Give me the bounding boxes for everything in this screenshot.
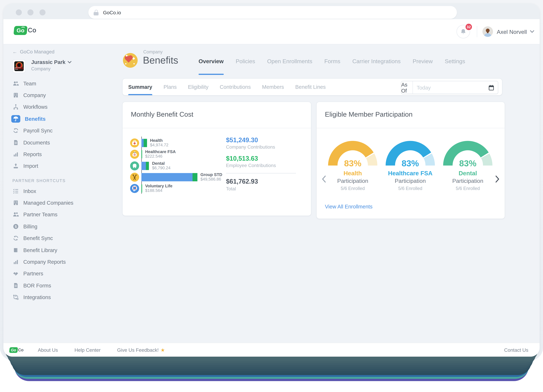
monthly-card-title: Monthly Benefit Cost — [131, 111, 193, 119]
sidebar-item-bor-forms[interactable]: BOR Forms — [3, 279, 116, 291]
sidebar-item-import[interactable]: Import — [3, 160, 116, 172]
people-icon — [12, 211, 19, 218]
sidebar-item-partner-teams[interactable]: Partner Teams — [3, 209, 116, 221]
subtab-contributions[interactable]: Contributions — [220, 79, 251, 95]
tooth-icon — [130, 161, 139, 170]
people-icon — [12, 80, 19, 87]
window-close-icon[interactable] — [16, 9, 22, 15]
subtab-plans[interactable]: Plans — [164, 79, 177, 95]
star-icon: ★ — [161, 347, 165, 353]
sidebar-item-workflows[interactable]: Workflows — [3, 101, 116, 113]
sidebar-item-integrations[interactable]: Integrations — [3, 291, 116, 303]
benefits-heart-icon — [123, 53, 138, 68]
sidebar-item-payroll-sync[interactable]: Payroll Sync — [3, 125, 116, 136]
sidebar-item-company[interactable]: Company — [3, 89, 116, 101]
tab-policies[interactable]: Policies — [236, 58, 255, 68]
participation-card-title: Eligible Member Participation — [325, 111, 413, 119]
card-divider — [123, 128, 311, 128]
footer-link-feedback[interactable]: Give Us Feedback!★ — [117, 347, 165, 353]
page-title: Benefits — [143, 55, 178, 66]
sidebar-item-partners[interactable]: Partners — [3, 268, 116, 279]
chevron-down-icon[interactable] — [530, 30, 534, 33]
view-all-enrollments-link[interactable]: View All Enrollments — [325, 204, 373, 210]
tab-forms[interactable]: Forms — [324, 58, 340, 68]
back-label: GoCo Managed — [20, 49, 54, 55]
sidebar-item-documents[interactable]: Documents — [3, 136, 116, 148]
sidebar-item-label: Import — [23, 163, 38, 169]
sidebar-item-label: Team — [23, 80, 36, 86]
sidebar-item-label: Payroll Sync — [23, 128, 52, 134]
sidebar-item-label: Workflows — [23, 104, 47, 110]
sidebar-item-team[interactable]: Team — [3, 78, 116, 89]
carousel-next-button[interactable] — [493, 173, 502, 185]
document-icon — [12, 282, 19, 289]
partner-shortcuts-heading: PARTNER SHORTCUTS — [12, 178, 66, 183]
sidebar-item-inbox[interactable]: Inbox — [3, 185, 116, 197]
subtab-benefit-lines[interactable]: Benefit Lines — [295, 79, 326, 95]
tab-carrier-integrations[interactable]: Carrier Integrations — [352, 58, 401, 68]
window-minimize-icon[interactable] — [28, 9, 34, 15]
sidebar-item-label: Partner Teams — [23, 211, 57, 218]
sidebar-item-label: Company — [23, 92, 46, 98]
sidebar-item-managed-companies[interactable]: Managed Companies — [3, 197, 116, 209]
bar-label: Group STD$49,586.86 — [200, 173, 222, 181]
footer-link-contact-us[interactable]: Contact Us — [504, 347, 528, 353]
sidebar-item-company-reports[interactable]: Company Reports — [3, 256, 116, 268]
sync-icon — [12, 127, 19, 134]
subtab-members[interactable]: Members — [262, 79, 284, 95]
sidebar-item-label: Inbox — [23, 188, 36, 194]
checklist-icon — [12, 188, 19, 194]
sidebar-item-benefit-sync[interactable]: Benefit Sync — [3, 232, 116, 244]
footer-goco-logo[interactable]: Go Co — [9, 347, 23, 353]
bar-chart-icon — [12, 151, 19, 158]
life-ring-icon — [130, 184, 139, 193]
sidebar-item-benefit-library[interactable]: Benefit Library — [3, 244, 116, 256]
sidebar-item-label: Integrations — [23, 294, 51, 300]
sidebar-item-label: Billing — [23, 223, 37, 229]
as-of-control: As Of — [401, 81, 498, 94]
tab-open-enrollments[interactable]: Open Enrollments — [267, 58, 312, 68]
gauge-sublabel: Participation — [324, 178, 381, 184]
sidebar-item-reports[interactable]: Reports — [3, 148, 116, 160]
first-aid-icon — [130, 138, 139, 148]
sidebar-item-label: Company Reports — [23, 259, 66, 265]
company-switcher[interactable]: Jurassic Park — [31, 59, 71, 65]
chart-row-dental: Dental$6,790.24 — [123, 161, 303, 170]
company-name: Jurassic Park — [31, 59, 65, 65]
url-bar[interactable]: GoCo.io — [88, 6, 457, 19]
app-header: Go Co 32 — [3, 19, 540, 44]
bar-chart-icon — [12, 259, 19, 265]
calendar-icon[interactable] — [488, 81, 498, 94]
subtab-summary[interactable]: Summary — [128, 79, 152, 95]
chart-row-healthcare-fsa: $Healthcare FSA$222.546 — [123, 150, 303, 159]
subtab-eligibility[interactable]: Eligibility — [188, 79, 209, 95]
as-of-date-input[interactable] — [413, 81, 488, 94]
gauge-enrolled: 5/6 Enrolled — [382, 186, 438, 191]
tab-preview[interactable]: Preview — [413, 58, 433, 68]
user-name[interactable]: Axel Norvell — [497, 28, 527, 35]
avatar[interactable] — [482, 26, 493, 37]
tab-settings[interactable]: Settings — [445, 58, 465, 68]
company-logo[interactable]: JURASSIC PARK — [12, 59, 26, 73]
sidebar-item-billing[interactable]: $Billing — [3, 221, 116, 232]
chart-row-group-std: Group STD$49,586.86 — [123, 173, 303, 182]
back-to-goco-managed[interactable]: ← GoCo Managed — [12, 49, 54, 55]
goco-logo[interactable]: Go Co — [14, 26, 36, 35]
bar-healthcare-fsa — [141, 150, 142, 159]
footer-link-about-us[interactable]: About Us — [38, 347, 58, 353]
window-zoom-icon[interactable] — [40, 9, 45, 15]
tab-overview[interactable]: Overview — [198, 58, 224, 68]
document-icon — [12, 139, 19, 146]
carousel-prev-button[interactable] — [320, 173, 328, 185]
footer-link-help-center[interactable]: Help Center — [74, 347, 101, 353]
bar-dental — [141, 162, 149, 170]
sidebar-item-label: Benefit Library — [23, 247, 57, 253]
notifications-button[interactable]: 32 — [457, 25, 470, 38]
svg-text:83%: 83% — [402, 159, 419, 168]
svg-text:$: $ — [15, 225, 17, 228]
participation-card: Eligible Member Participation 83%HealthP… — [316, 102, 505, 219]
sidebar-item-benefits[interactable]: Benefits — [3, 113, 116, 125]
sync-icon — [12, 235, 19, 241]
contributions-divider — [226, 173, 296, 173]
url-text[interactable]: GoCo.io — [103, 10, 121, 15]
